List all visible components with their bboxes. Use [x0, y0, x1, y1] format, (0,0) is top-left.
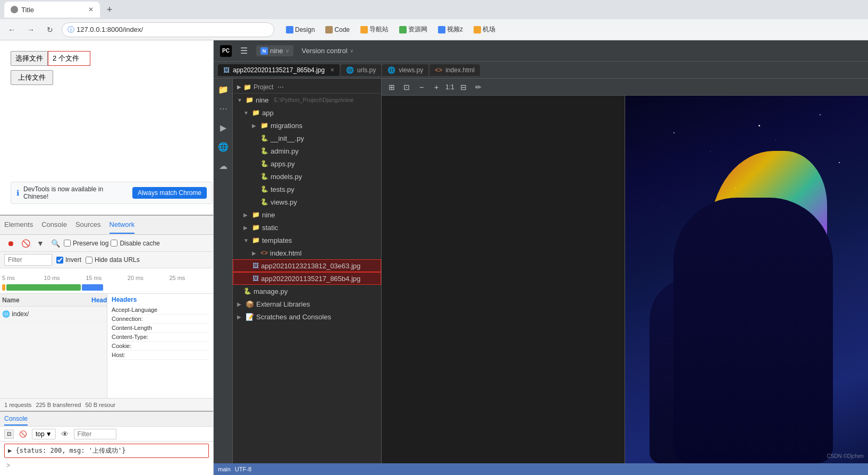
tab-sources[interactable]: Sources	[75, 216, 101, 234]
sidebar-icon-cloud[interactable]: ☁	[217, 159, 230, 172]
tab-html-label: index.html	[445, 66, 475, 74]
tree-label-migrations: migrations	[271, 122, 302, 130]
invert-checkbox[interactable]	[56, 257, 63, 264]
forward-btn[interactable]: →	[23, 22, 38, 37]
sidebar-icon-globe[interactable]: 🌐	[217, 140, 230, 153]
tab-views-icon: 🌐	[387, 66, 395, 74]
tab-network[interactable]: Network	[109, 216, 135, 234]
img-grid-btn[interactable]: ⊟	[458, 81, 469, 93]
tree-admin-py[interactable]: 🐍 admin.py	[233, 145, 381, 157]
address-bar[interactable]: ⓘ 127.0.0.1:8000/index/	[62, 22, 274, 37]
ide-vc-btn[interactable]: Version control ∨	[302, 47, 353, 55]
tree-migrations[interactable]: ▶ 📁 migrations	[233, 119, 381, 132]
tree-app[interactable]: ▼ 📁 app	[233, 106, 381, 119]
new-tab-btn[interactable]: +	[102, 2, 117, 17]
tree-scratches[interactable]: ▶ 📝 Scratches and Consoles	[233, 310, 381, 323]
project-expand-icon: ⋯	[277, 83, 284, 91]
hide-data-urls-checkbox[interactable]	[86, 257, 92, 264]
tree-arrow-scratches: ▶	[237, 314, 243, 320]
devtools-tabs: Elements Console Sources Network	[0, 216, 213, 235]
tree-init-py[interactable]: 🐍 __init__.py	[233, 132, 381, 145]
console-body: ▶ {status: 200, msg: '上传成功'} >	[0, 442, 213, 475]
sidebar-icon-dots[interactable]: ⋯	[217, 102, 230, 115]
console-eye-btn[interactable]: 👁	[60, 429, 70, 439]
console-entry[interactable]: ▶ {status: 200, msg: '上传成功'}	[4, 444, 209, 458]
content-split: CSDN ©Djchen	[382, 96, 868, 463]
tab-close-btn[interactable]: ✕	[88, 6, 94, 13]
bookmark-airport[interactable]: 机场	[470, 24, 499, 35]
clear-btn[interactable]: 🚫	[19, 237, 32, 250]
refresh-btn[interactable]: ↻	[43, 22, 57, 37]
bookmark-design[interactable]: Design	[283, 25, 318, 35]
img-border-btn[interactable]: ⊡	[401, 81, 412, 93]
tab-index-html[interactable]: <> index.html	[429, 64, 480, 76]
tab-elements[interactable]: Elements	[4, 216, 33, 234]
tree-root-nine[interactable]: ▼ 📁 nine E:\Python_Project\Django\nine	[233, 94, 381, 106]
tree-views-py[interactable]: 🐍 views.py	[233, 196, 381, 208]
console-clear-btn[interactable]: 🚫	[18, 429, 28, 439]
filter-input[interactable]	[4, 254, 52, 266]
tree-label-app: app	[262, 109, 274, 117]
tree-models-py[interactable]: 🐍 models.py	[233, 170, 381, 183]
tree-img-03e63[interactable]: 🖼 app20210123213812_03e63.jpg	[233, 259, 381, 272]
tab-close-865b4[interactable]: ✕	[330, 67, 334, 73]
tree-static[interactable]: ▶ 📁 static	[233, 221, 381, 234]
preserve-log-label[interactable]: Preserve log	[64, 240, 108, 247]
request-favicon: 🌐	[2, 310, 10, 318]
tree-manage-py[interactable]: 🐍 manage.py	[233, 285, 381, 298]
bookmark-nav[interactable]: 导航站	[357, 24, 392, 35]
headers-title: Headers	[112, 296, 209, 303]
tab-jpg-865b4[interactable]: 🖼 app20220201135217_865b4.jpg ✕	[218, 64, 340, 76]
tab-console[interactable]: Console	[41, 216, 67, 234]
bookmark-code[interactable]: Code	[322, 25, 353, 35]
console-sidebar-toggle[interactable]: ⊡	[4, 429, 14, 439]
network-row-index[interactable]: 🌐 index/	[0, 307, 107, 321]
ide-project-btn[interactable]: N nine ∨	[256, 45, 293, 56]
img-edit-btn[interactable]: ✏	[473, 81, 484, 93]
tree-arrow-static: ▶	[243, 225, 250, 231]
sidebar-icon-run[interactable]: ▶	[217, 121, 230, 134]
tree-index-html[interactable]: ▶ <> index.html	[233, 247, 381, 259]
tree-img-865b4[interactable]: 🖼 app20220201135217_865b4.jpg	[233, 272, 381, 285]
tree-label-img-865b4: app20220201135217_865b4.jpg	[261, 275, 360, 283]
console-filter-input[interactable]	[74, 429, 116, 439]
choose-file-btn[interactable]: 选择文件	[11, 51, 48, 66]
tree-tests-py[interactable]: 🐍 tests.py	[233, 183, 381, 196]
tree-external-libs[interactable]: ▶ 📦 External Libraries	[233, 298, 381, 310]
invert-label[interactable]: Invert	[56, 256, 81, 264]
record-btn[interactable]: ⏺	[4, 237, 17, 250]
disable-cache-checkbox[interactable]	[111, 240, 117, 247]
hide-data-urls-label[interactable]: Hide data URLs	[86, 256, 140, 264]
tree-label-templates: templates	[262, 236, 292, 244]
transferred-size: 225 B transferred	[36, 402, 81, 408]
browser-tab-active[interactable]: Title ✕	[4, 2, 100, 18]
tree-nine-folder[interactable]: ▶ 📁 nine	[233, 208, 381, 221]
img-fit-btn[interactable]: ⊞	[386, 81, 398, 93]
sidebar-icon-folder[interactable]: 📁	[217, 83, 230, 96]
bookmark-video[interactable]: 视频z	[435, 24, 466, 35]
always-match-btn[interactable]: Always match Chrome	[132, 187, 207, 199]
console-tab-active[interactable]: Console	[4, 413, 28, 426]
search-btn[interactable]: 🔍	[49, 237, 62, 250]
tree-icon-tests: 🐍	[260, 185, 268, 193]
tree-templates[interactable]: ▼ 📁 templates	[233, 234, 381, 247]
preserve-log-checkbox[interactable]	[64, 240, 71, 247]
bookmark-resource[interactable]: 资源网	[396, 24, 431, 35]
ide-logo: PC	[220, 45, 232, 57]
img-zoom-out-btn[interactable]: −	[416, 81, 427, 93]
filter-btn[interactable]: ▼	[34, 237, 47, 250]
upload-btn[interactable]: 上传文件	[11, 70, 53, 85]
tab-urls-icon: 🌐	[346, 66, 354, 74]
img-zoom-in-btn[interactable]: +	[431, 81, 442, 93]
bar-dns	[2, 284, 5, 291]
disable-cache-label[interactable]: Disable cache	[111, 240, 159, 247]
ide-menu-btn[interactable]: ☰	[240, 46, 248, 56]
tab-views-py[interactable]: 🌐 views.py	[382, 64, 428, 76]
console-level-selector[interactable]: top ▼	[32, 429, 56, 439]
resources-size: 50 B resour	[85, 402, 115, 408]
back-btn[interactable]: ←	[4, 22, 19, 37]
tree-apps-py[interactable]: 🐍 apps.py	[233, 157, 381, 170]
console-prompt[interactable]: >	[4, 458, 209, 473]
project-header[interactable]: ▶ 📁 Project ⋯	[233, 81, 381, 94]
tab-urls-py[interactable]: 🌐 urls.py	[341, 64, 381, 76]
